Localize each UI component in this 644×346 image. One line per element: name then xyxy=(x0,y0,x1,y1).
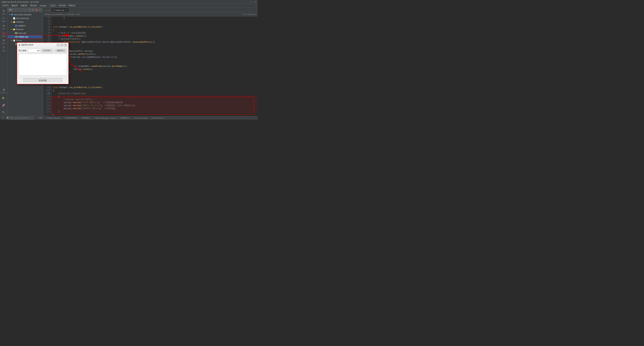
popup-window-icon: 🖥 xyxy=(18,44,20,46)
status-tab-app-output[interactable]: 3 应用程序输出 xyxy=(63,116,79,120)
code-line: if(serial.open(QIODevice::ReadWrite)) xyxy=(53,56,258,59)
sidebar-item-run-debug[interactable]: 🚀 xyxy=(0,101,7,109)
widget-h-label: widget.h xyxy=(18,25,26,27)
status-tab-vcs[interactable]: 7 Version Control xyxy=(132,116,149,120)
sidebar-item-help[interactable]: ? 帮助 xyxy=(0,45,7,53)
code-line: { xyxy=(53,89,258,92)
serial-output-area[interactable] xyxy=(18,54,67,76)
nav-forward-button[interactable]: ▷ xyxy=(48,8,51,12)
help-icon: ? xyxy=(2,46,5,50)
status-tab-test[interactable]: 8 Test Results xyxy=(150,116,164,120)
code-line: { xyxy=(53,44,258,47)
code-line xyxy=(53,20,258,23)
sidebar-item-test-dome[interactable]: 🖥 test_dome xyxy=(0,87,7,94)
code-content[interactable]: } void Widget::on_pushButton_2_clicked()… xyxy=(52,17,258,116)
code-line: } xyxy=(53,110,258,113)
maximize-button[interactable]: □ xyxy=(250,1,252,3)
send-message-button[interactable]: 发送消息 xyxy=(23,78,62,82)
tree-root[interactable]: ▾ 🔷 test_dome [master] xyxy=(8,13,42,17)
search-serial-button[interactable]: 搜索串口 xyxy=(55,49,67,52)
status-tab-qml-debug[interactable]: 5 QML Debugger Console xyxy=(93,116,117,120)
code-line: //serial->write("123"); xyxy=(53,98,258,101)
sidebar-icons: ⊞ 欢迎 ✏ 编辑 ◈ 设计 🐞 Debug ⚙ 项目 ? 帮助 🖥 test_… xyxy=(0,8,8,116)
status-tab-search[interactable]: 2 Search Results xyxy=(45,116,62,120)
status-tab-compile[interactable]: 4 编译输出 xyxy=(80,116,92,120)
hammer-icon: 🔨 xyxy=(2,111,5,114)
open-serial-button[interactable]: 打开串口 xyxy=(41,49,53,52)
device-icon: 🖥 xyxy=(2,88,5,92)
close-button[interactable]: ✕ xyxy=(254,1,256,3)
status-tab-overview[interactable]: 6 概要信息 xyxy=(119,116,130,120)
menu-file[interactable]: 文件(F) xyxy=(1,4,10,8)
code-line: serial.setPort(info); xyxy=(53,53,258,56)
tree-item-headers[interactable]: ▾ 📁 Headers xyxy=(8,20,42,24)
forms-icon: 📋 xyxy=(13,39,16,42)
tree-item-forms[interactable]: ▾ 📋 Forms xyxy=(8,39,42,42)
panel-title: 项目 xyxy=(9,9,12,11)
code-line: void Widget::on_pushButton_2_clicked() xyxy=(53,26,258,29)
menu-build[interactable]: 构建(B) xyxy=(19,4,29,8)
project-icon: ⚙ xyxy=(2,39,5,42)
code-line: QSerialPort serial; xyxy=(53,50,258,53)
menu-bar: 文件(F) 编辑(E) 构建(B) 调试(D) Analyze 工具(T) 控件… xyxy=(0,4,258,8)
locate-input[interactable] xyxy=(10,117,33,119)
tab-bar: ◁ ▷ ⬛ widget.cpp ✕ xyxy=(43,8,258,12)
close-tab-icon[interactable]: ✕ xyxy=(65,9,68,11)
code-line: { xyxy=(53,29,258,32)
minimize-button[interactable]: ─ xyxy=(246,1,249,3)
bookmark-icon[interactable]: 🔖 xyxy=(35,9,38,11)
code-line xyxy=(53,47,258,50)
popup-minimize-button[interactable]: ─ xyxy=(57,44,60,47)
design-icon: ◈ xyxy=(2,24,5,27)
filter-icon[interactable]: ⊟ xyxy=(28,9,31,11)
menu-edit[interactable]: 编辑(E) xyxy=(10,4,19,8)
sidebar-item-hammer[interactable]: 🔨 xyxy=(0,109,7,116)
nav-back-button[interactable]: ◁ xyxy=(44,8,48,12)
editor-tab-widget-cpp[interactable]: ⬛ widget.cpp ✕ xyxy=(51,8,69,12)
code-line: //通过按键手动找串口 xyxy=(53,38,258,41)
pro-label: test_dome.pro xyxy=(16,17,29,20)
headers-icon: 📁 xyxy=(13,21,16,23)
menu-controls[interactable]: 控件(W) xyxy=(57,4,67,8)
code-line: serial->write("APPLy 12,1\n"); //设置电压（12… xyxy=(53,104,258,107)
panel-header: 项目 ⊟ ⛓ 🔖 ⤢ xyxy=(8,8,42,12)
code-editor[interactable]: 85 86 87 88 89 90 91 92 93 94 95 96 97 9… xyxy=(43,17,258,116)
tree-item-main-cpp[interactable]: c++ main.cpp xyxy=(8,31,42,35)
title-bar: widget.cpp @ test_dome [master] - Qt Cre… xyxy=(0,0,258,4)
sidebar-item-welcome[interactable]: ⊞ 欢迎 xyxy=(0,9,7,16)
tree-item-widget-cpp[interactable]: c++ widget.cpp xyxy=(8,35,42,39)
tab-label: widget.cpp xyxy=(56,9,64,11)
serial-select[interactable] xyxy=(28,49,40,52)
sidebar-item-run[interactable]: ▶ xyxy=(0,94,7,101)
sources-icon: 📁 xyxy=(13,28,16,31)
cpp-icon1: c++ xyxy=(15,32,18,34)
code-line: ui->comboBox->clear(); xyxy=(53,35,258,38)
run-icon: ▶ xyxy=(2,96,5,100)
popup-close-button[interactable]: ✕ xyxy=(64,44,67,47)
cpp-tab-icon: ⬛ xyxy=(53,9,55,11)
code-line: } xyxy=(53,71,258,74)
code-line xyxy=(53,23,258,26)
menu-analyze[interactable]: Analyze xyxy=(38,4,48,7)
search-input-container: 🔍 xyxy=(6,116,34,120)
sidebar-item-project[interactable]: ⚙ 项目 xyxy=(0,38,7,45)
tree-item-widget-h[interactable]: h widget.h xyxy=(8,24,42,28)
code-line: serial->write("OUTPut ON\n"); //打开电源 xyxy=(53,107,258,110)
sidebar-item-edit[interactable]: ✏ 编辑 xyxy=(0,16,7,23)
popup-maximize-button[interactable]: □ xyxy=(60,44,64,47)
menu-debug[interactable]: 调试(D) xyxy=(29,4,38,8)
menu-tools[interactable]: 工具(T) xyxy=(48,4,57,8)
popup-title-bar: 🖥 我的串口软件 ─ □ ✕ xyxy=(17,43,68,47)
sources-label: Sources xyxy=(16,28,24,31)
sidebar-item-debug[interactable]: 🐞 Debug xyxy=(0,31,7,38)
menu-help[interactable]: 帮助(H) xyxy=(67,4,77,8)
code-line: } xyxy=(53,113,258,116)
status-tab-issues[interactable]: 1 问题 xyxy=(36,116,44,120)
tree-item-pro[interactable]: 📄 test_dome.pro xyxy=(8,17,42,20)
sidebar-item-design[interactable]: ◈ 设计 xyxy=(0,23,7,31)
sidebar-toggle-button[interactable]: ☰ xyxy=(1,116,5,120)
code-line: void Widget::on_pushButton_3_clicked() xyxy=(53,86,258,89)
tree-item-sources[interactable]: ▾ 📁 Sources xyxy=(8,28,42,31)
expand-icon[interactable]: ⤢ xyxy=(38,9,41,11)
link-icon[interactable]: ⛓ xyxy=(32,9,34,11)
